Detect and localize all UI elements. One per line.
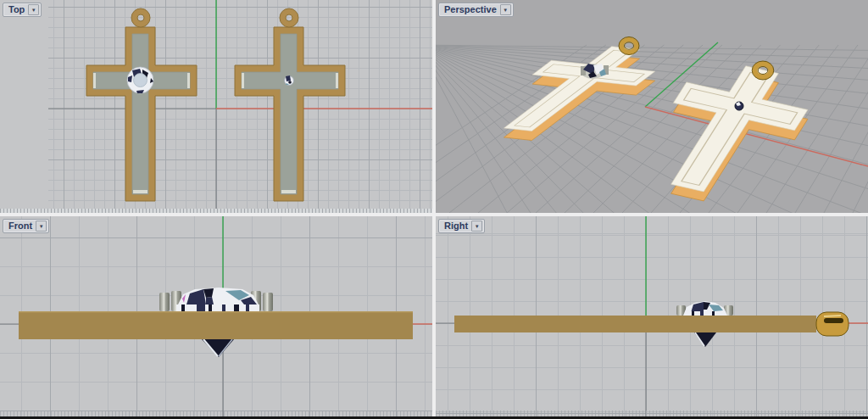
chevron-down-icon[interactable]: ▼ xyxy=(500,4,511,15)
viewport-title-front[interactable]: Front xyxy=(8,221,32,232)
application-workspace: Top ▼ xyxy=(0,0,868,419)
viewport-title-right[interactable]: Right xyxy=(444,221,468,232)
top-view-cross-right[interactable] xyxy=(235,8,345,201)
viewport-tab-right[interactable]: Right ▼ xyxy=(438,219,485,233)
chevron-down-icon[interactable]: ▼ xyxy=(36,221,47,232)
top-view-cross-left[interactable] xyxy=(86,8,197,201)
viewport-perspective[interactable]: Perspective ▼ xyxy=(436,0,868,213)
perspective-grid xyxy=(436,45,868,213)
grid-edge-ticks xyxy=(0,411,432,416)
viewport-tab-front[interactable]: Front ▼ xyxy=(3,219,49,233)
grid-edge-ticks xyxy=(436,411,868,416)
perspective-bail-left[interactable] xyxy=(619,37,639,55)
perspective-scene xyxy=(436,0,868,213)
top-view-scene xyxy=(0,0,432,213)
grid-edge-ticks xyxy=(0,209,432,213)
right-view-cross-profile[interactable] xyxy=(454,316,816,332)
viewport-title-top[interactable]: Top xyxy=(8,4,25,15)
front-view-cross-profile[interactable] xyxy=(19,311,413,339)
perspective-gemstone-small[interactable] xyxy=(735,102,743,110)
chevron-down-icon[interactable]: ▼ xyxy=(28,4,39,15)
viewport-tab-top[interactable]: Top ▼ xyxy=(3,3,42,17)
viewport-tab-perspective[interactable]: Perspective ▼ xyxy=(438,3,514,17)
viewport-title-perspective[interactable]: Perspective xyxy=(444,4,497,15)
chevron-down-icon[interactable]: ▼ xyxy=(471,221,482,232)
right-view-scene xyxy=(436,216,868,416)
front-view-scene xyxy=(0,216,432,416)
top-view-gemstone-small[interactable] xyxy=(285,75,294,86)
viewport-top[interactable]: Top ▼ xyxy=(0,0,432,213)
viewport-front[interactable]: Front ▼ xyxy=(0,216,432,416)
top-view-axes xyxy=(48,0,432,213)
top-view-gemstone-large[interactable] xyxy=(127,67,153,93)
viewport-right[interactable]: Right ▼ xyxy=(436,216,868,416)
right-view-bail-profile[interactable] xyxy=(816,312,849,336)
